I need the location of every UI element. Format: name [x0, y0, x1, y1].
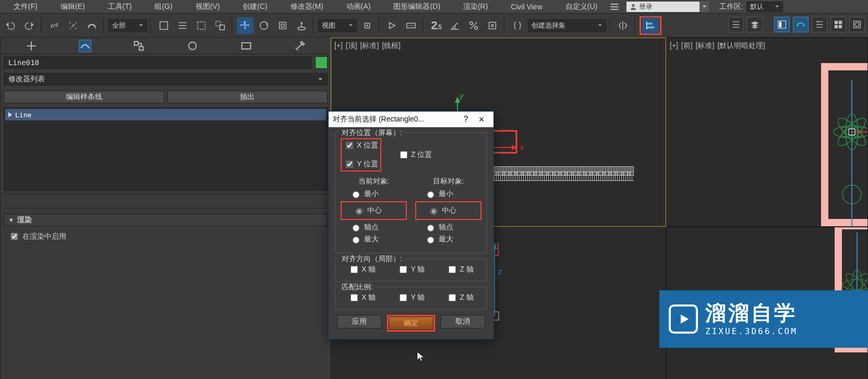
scale-z-checkbox[interactable]: Z 轴 [447, 292, 473, 303]
select-scale-icon[interactable] [274, 17, 291, 34]
menu-edit[interactable]: 编辑(E) [49, 1, 97, 13]
align-icon[interactable] [642, 17, 659, 34]
manipulate-icon[interactable] [384, 17, 401, 34]
svg-rect-2 [198, 21, 206, 29]
group-match-scale: 匹配比例: X 轴 Y 轴 Z 轴 [335, 287, 487, 310]
workspace-dropdown[interactable]: 默认 [746, 2, 783, 12]
target-max-radio[interactable]: 最大 [415, 235, 481, 244]
current-center-radio[interactable]: 中心 [344, 206, 404, 215]
redo-icon[interactable] [21, 17, 38, 34]
modify-tab-icon[interactable] [79, 40, 91, 52]
stack-item-line[interactable]: Line [5, 109, 326, 120]
current-max-radio[interactable]: 最大 [341, 235, 407, 244]
dialog-titlebar[interactable]: 对齐当前选择 (Rectangle0... ? × [329, 112, 493, 127]
select-place-icon[interactable] [293, 17, 310, 34]
menu-custom[interactable]: 自定义(U) [554, 1, 609, 13]
dialog-close-icon[interactable]: × [474, 114, 489, 125]
undo-icon[interactable] [2, 17, 19, 34]
enable-in-render-checkbox[interactable]: 在渲染中启用 [9, 231, 322, 241]
keyboard-shortcut-icon[interactable] [403, 17, 419, 34]
motion-tab-icon[interactable] [186, 40, 199, 52]
menu-civil[interactable]: Civil View [499, 1, 553, 13]
select-by-name-icon[interactable] [174, 17, 191, 34]
toolbar-right-cluster [728, 17, 865, 32]
object-name-input[interactable]: Line010 [4, 56, 312, 69]
viewport-front-label[interactable]: [+] [前] [标准] [默认明暗处理] [670, 41, 766, 51]
bind-icon[interactable] [83, 17, 100, 34]
menu-overflow-icon[interactable] [609, 0, 620, 15]
menu-anim[interactable]: 动画(A) [335, 1, 382, 13]
current-min-radio[interactable]: 最小 [341, 189, 407, 199]
menu-create[interactable]: 创建(C) [231, 1, 279, 13]
z-position-checkbox[interactable]: Z 位置 [398, 150, 432, 160]
menu-tools[interactable]: 工具(T) [97, 1, 143, 13]
render-setup-icon[interactable] [849, 17, 865, 32]
viewport-front[interactable]: [+] [前] [标准] [默认明暗处理] x [666, 38, 868, 227]
y-position-checkbox[interactable]: Y 位置 [344, 159, 378, 169]
curve-editor-icon[interactable] [774, 17, 790, 32]
align-dialog: 对齐当前选择 (Rectangle0... ? × 对齐位置（屏幕）: X 位置… [328, 111, 494, 339]
target-min-radio[interactable]: 最小 [415, 189, 481, 199]
percent-snap-icon[interactable] [465, 17, 482, 34]
scale-y-checkbox[interactable]: Y 轴 [397, 292, 425, 303]
select-object-icon[interactable] [155, 17, 172, 34]
login-dropdown-icon[interactable] [700, 2, 709, 12]
apply-button[interactable]: 应用 [337, 315, 382, 328]
select-move-icon[interactable] [237, 17, 254, 34]
x-position-checkbox[interactable]: X 位置 [344, 140, 378, 151]
material-editor-icon[interactable] [830, 17, 846, 32]
menu-view[interactable]: 视图(V) [184, 1, 232, 13]
mirror-icon[interactable] [614, 17, 631, 34]
orient-y-checkbox[interactable]: Y 轴 [397, 264, 425, 275]
create-tab-icon[interactable] [25, 40, 38, 52]
dialog-help-icon[interactable]: ? [458, 115, 474, 124]
group-align-position-title: 对齐位置（屏幕）: [340, 128, 404, 138]
target-center-radio[interactable]: 中心 [418, 206, 478, 215]
svg-point-12 [470, 21, 473, 25]
modifier-list-dropdown[interactable]: 修改器列表 [4, 73, 328, 85]
target-pivot-radio[interactable]: 轴点 [415, 223, 481, 232]
extrude-button[interactable]: 抽出 [167, 91, 328, 103]
angle-snap-icon[interactable] [447, 17, 463, 34]
named-selection-dropdown[interactable]: 创建选择集 [528, 19, 606, 32]
toggle-scene-explorer-icon[interactable] [728, 17, 744, 32]
object-color-swatch[interactable] [315, 56, 328, 69]
menu-render[interactable]: 渲染(R) [452, 1, 499, 13]
viewport-top-label[interactable]: [+] [顶] [标准] [线框] [334, 41, 402, 51]
ref-coord-dropdown[interactable]: 视图 [318, 19, 357, 32]
expand-icon[interactable] [8, 112, 12, 117]
layer-explorer-icon[interactable] [747, 17, 763, 32]
select-rotate-icon[interactable] [256, 17, 272, 34]
selection-filter-dropdown[interactable]: 全部 [108, 19, 147, 32]
menu-group[interactable]: 组(G) [143, 1, 184, 13]
orient-z-checkbox[interactable]: Z 轴 [447, 264, 473, 275]
orient-x-checkbox[interactable]: X 轴 [348, 264, 376, 275]
dope-sheet-icon[interactable] [793, 17, 809, 32]
svg-rect-1 [160, 21, 168, 29]
menu-modifier[interactable]: 修改器(M) [279, 1, 335, 13]
login-button[interactable]: 登录 [626, 2, 700, 12]
hierarchy-tab-icon[interactable] [132, 40, 145, 52]
pivot-center-icon[interactable] [359, 17, 376, 34]
scale-x-checkbox[interactable]: X 轴 [348, 292, 376, 303]
current-pivot-radio[interactable]: 轴点 [341, 223, 407, 232]
display-tab-icon[interactable] [240, 40, 252, 52]
unlink-icon[interactable] [65, 17, 81, 34]
ok-button[interactable]: 确定 [389, 316, 433, 330]
modifier-stack[interactable]: Line [4, 107, 328, 191]
window-crossing-icon[interactable] [212, 17, 228, 34]
snap-toggle-icon[interactable]: 2.5 [428, 17, 444, 34]
schematic-view-icon[interactable] [812, 17, 827, 32]
cancel-button[interactable]: 取消 [440, 315, 485, 328]
menu-file[interactable]: 文件(F) [2, 1, 49, 13]
edit-spline-button[interactable]: 编辑样条线 [4, 91, 164, 103]
link-icon[interactable] [46, 17, 63, 34]
utilities-tab-icon[interactable] [294, 40, 306, 52]
edit-named-sel-icon[interactable] [509, 17, 526, 34]
rollout-render-header[interactable]: ▼ 渲染 [4, 214, 328, 226]
svg-rect-7 [281, 24, 284, 27]
watermark-title: 溜溜自学 [705, 302, 798, 323]
spinner-snap-icon[interactable] [484, 17, 501, 34]
menu-graph[interactable]: 图形编辑器(D) [382, 1, 451, 13]
select-region-rect-icon[interactable] [193, 17, 210, 34]
